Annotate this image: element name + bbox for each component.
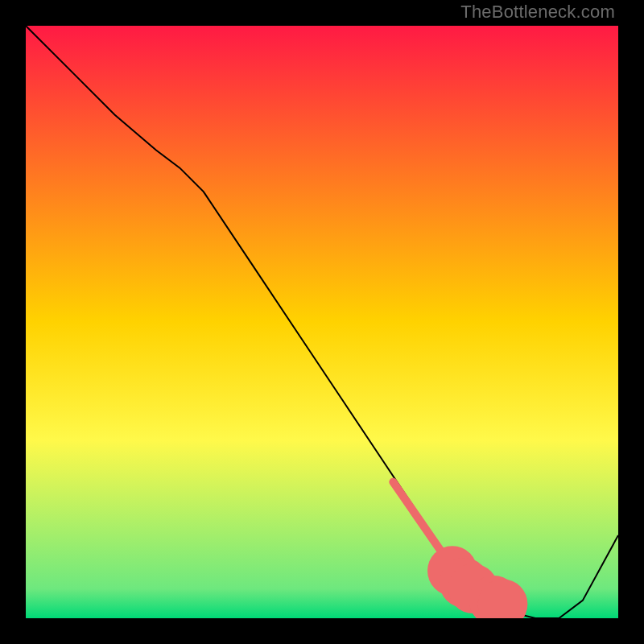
chart-svg — [26, 26, 618, 618]
bottleneck-curve — [26, 26, 618, 618]
plot-area — [26, 26, 618, 618]
highlight-bar — [393, 482, 446, 559]
watermark-text: TheBottleneck.com — [460, 2, 615, 23]
curve-path — [26, 26, 618, 618]
highlight-markers — [393, 482, 527, 618]
chart-frame: TheBottleneck.com — [0, 0, 644, 644]
